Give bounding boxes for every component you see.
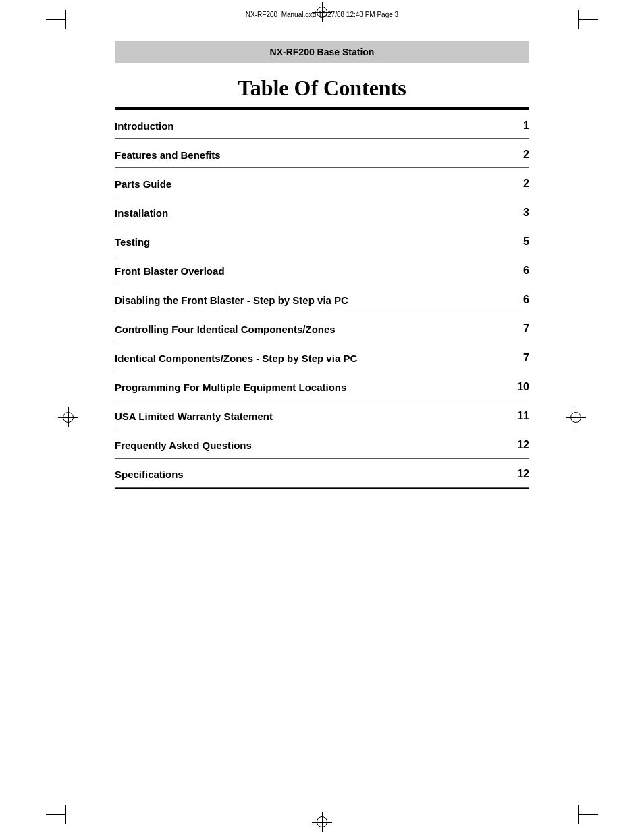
- toc-entry-label: Testing: [115, 236, 150, 248]
- toc-entry-label: Programming For Multiple Equipment Locat…: [115, 382, 346, 393]
- toc-entry[interactable]: Introduction1: [115, 110, 529, 139]
- toc-entry-page: 6: [513, 294, 529, 306]
- crop-mark-bl-v: [65, 805, 66, 824]
- toc-entry-page: 2: [513, 149, 529, 161]
- toc-entry-page: 10: [513, 381, 529, 393]
- toc-entry-label: Front Blaster Overload: [115, 265, 225, 277]
- file-info: NX-RF200_Manual.qxd 10/27/08 12:48 PM Pa…: [246, 11, 398, 18]
- toc-entry-page: 6: [513, 265, 529, 277]
- toc-entry[interactable]: Features and Benefits2: [115, 139, 529, 168]
- toc-entry-page: 12: [513, 468, 529, 480]
- toc-entry-page: 5: [513, 236, 529, 248]
- reg-circle-bottom: [317, 816, 327, 827]
- toc-entry[interactable]: Disabling the Front Blaster - Step by St…: [115, 284, 529, 313]
- toc-entry-label: Disabling the Front Blaster - Step by St…: [115, 294, 348, 306]
- toc-entry[interactable]: Parts Guide2: [115, 168, 529, 197]
- crop-mark-br-h: [578, 814, 598, 815]
- toc-entry[interactable]: Front Blaster Overload6: [115, 255, 529, 284]
- toc-entry[interactable]: USA Limited Warranty Statement11: [115, 400, 529, 429]
- toc-entry[interactable]: Testing5: [115, 226, 529, 255]
- page-wrapper: NX-RF200_Manual.qxd 10/27/08 12:48 PM Pa…: [0, 0, 644, 834]
- reg-circle-right: [570, 412, 581, 423]
- toc-entry-page: 12: [513, 439, 529, 451]
- toc-entry-page: 3: [513, 207, 529, 219]
- crop-mark-tr-h: [578, 19, 598, 20]
- toc-entry-page: 11: [513, 410, 529, 422]
- toc-entry[interactable]: Programming For Multiple Equipment Locat…: [115, 371, 529, 400]
- crop-mark-tl-h: [46, 19, 66, 20]
- crop-mark-bl-h: [46, 814, 66, 815]
- crop-mark-br-v: [578, 805, 579, 824]
- toc-table: Introduction1Features and Benefits2Parts…: [115, 110, 529, 488]
- crop-mark-tl-v: [65, 10, 66, 29]
- toc-entry-label: Specifications: [115, 469, 184, 480]
- toc-entry[interactable]: Frequently Asked Questions12: [115, 429, 529, 459]
- toc-entry-label: Parts Guide: [115, 178, 171, 190]
- header-bar: NX-RF200 Base Station: [115, 41, 529, 63]
- crop-mark-tr-v: [578, 10, 579, 29]
- toc-entry-page: 7: [513, 323, 529, 335]
- reg-circle-left: [63, 412, 74, 423]
- toc-entry-label: Features and Benefits: [115, 149, 221, 161]
- header-bar-title: NX-RF200 Base Station: [270, 47, 375, 57]
- toc-entry-label: USA Limited Warranty Statement: [115, 411, 273, 422]
- toc-entry-page: 1: [513, 120, 529, 132]
- toc-entry-label: Controlling Four Identical Components/Zo…: [115, 323, 336, 335]
- toc-entry-page: 7: [513, 352, 529, 364]
- toc-entry-page: 2: [513, 178, 529, 190]
- toc-entry[interactable]: Controlling Four Identical Components/Zo…: [115, 313, 529, 342]
- toc-entry[interactable]: Specifications12: [115, 459, 529, 488]
- toc-entry-label: Introduction: [115, 120, 173, 132]
- toc-entry[interactable]: Installation3: [115, 197, 529, 226]
- toc-entry-label: Frequently Asked Questions: [115, 440, 252, 451]
- main-content: NX-RF200 Base Station Table Of Contents …: [115, 41, 529, 489]
- toc-title: Table Of Contents: [115, 63, 529, 107]
- toc-entry-label: Installation: [115, 207, 168, 219]
- toc-entry-label: Identical Components/Zones - Step by Ste…: [115, 353, 357, 364]
- toc-bottom-border: [115, 488, 529, 489]
- toc-entry[interactable]: Identical Components/Zones - Step by Ste…: [115, 342, 529, 371]
